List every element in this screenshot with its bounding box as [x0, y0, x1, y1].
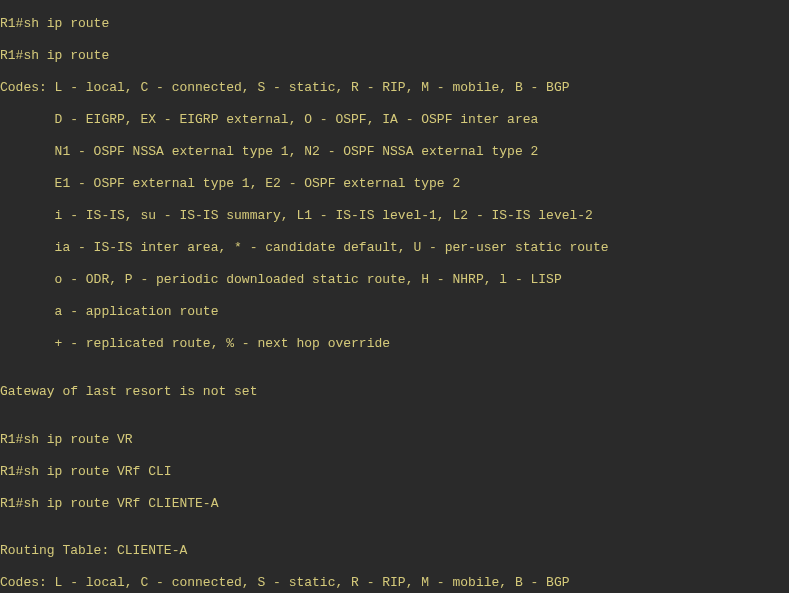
terminal-line: Codes: L - local, C - connected, S - sta… — [0, 80, 789, 96]
terminal-line: R1#sh ip route — [0, 48, 789, 64]
terminal-line: D - EIGRP, EX - EIGRP external, O - OSPF… — [0, 112, 789, 128]
terminal-line: Codes: L - local, C - connected, S - sta… — [0, 575, 789, 591]
terminal-line: i - IS-IS, su - IS-IS summary, L1 - IS-I… — [0, 208, 789, 224]
terminal-output[interactable]: R1#sh ip route R1#sh ip route Codes: L -… — [0, 0, 789, 593]
terminal-line: R1#sh ip route VR — [0, 432, 789, 448]
terminal-line: R1#sh ip route VRf CLIENTE-A — [0, 496, 789, 512]
terminal-line: o - ODR, P - periodic downloaded static … — [0, 272, 789, 288]
terminal-line: a - application route — [0, 304, 789, 320]
terminal-line: R1#sh ip route VRf CLI — [0, 464, 789, 480]
terminal-line: Gateway of last resort is not set — [0, 384, 789, 400]
terminal-line: Routing Table: CLIENTE-A — [0, 543, 789, 559]
terminal-line: + - replicated route, % - next hop overr… — [0, 336, 789, 352]
terminal-line: E1 - OSPF external type 1, E2 - OSPF ext… — [0, 176, 789, 192]
terminal-line: ia - IS-IS inter area, * - candidate def… — [0, 240, 789, 256]
terminal-line: R1#sh ip route — [0, 16, 789, 32]
terminal-line: N1 - OSPF NSSA external type 1, N2 - OSP… — [0, 144, 789, 160]
